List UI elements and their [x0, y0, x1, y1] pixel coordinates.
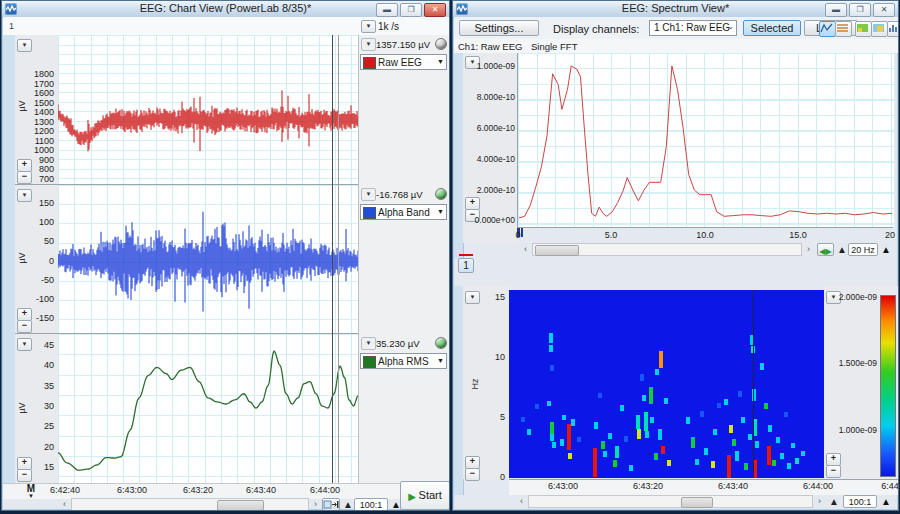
spectrogram-cell	[700, 411, 704, 417]
tick-label: 15.0	[780, 230, 816, 240]
fft-scroll-right-arrow[interactable]: ›	[802, 243, 815, 256]
rate-dropdown-icon[interactable]: ▼	[361, 20, 376, 33]
spec-scrollbar[interactable]	[528, 495, 813, 508]
settings-button[interactable]: Settings...	[459, 20, 539, 36]
fft-scrollbar-thumb[interactable]	[535, 245, 579, 256]
chart-cursor-line[interactable]	[332, 35, 333, 483]
alpha-rms-plot[interactable]	[58, 334, 358, 483]
spec-scroll-left-arrow[interactable]: ‹	[515, 495, 528, 508]
start-button[interactable]: ▶ Start	[400, 481, 450, 510]
tick-label: 30	[16, 401, 54, 411]
spectrogram-cell	[552, 442, 556, 448]
spectrum-line-view-icon[interactable]	[819, 21, 836, 37]
channel2-selector[interactable]: Alpha Band ▼	[360, 204, 447, 220]
spectrum-view-titlebar[interactable]: EEG: Spectrum View* ▬ ❐ ✕	[453, 1, 898, 18]
channel3-value-dropdown-icon[interactable]: ▼	[361, 337, 376, 350]
spectrogram-cell	[560, 439, 564, 446]
spectrogram-cell	[729, 425, 733, 433]
channel1-status-icon[interactable]	[435, 38, 447, 50]
close-button[interactable]: ✕	[424, 3, 446, 17]
channel-select[interactable]: 1 Ch1: Raw EEG ⌄	[649, 20, 737, 36]
channel-divider[interactable]	[15, 184, 358, 185]
scroll-to-end-icon[interactable]	[322, 498, 340, 511]
maximize-button[interactable]: ❐	[400, 3, 422, 17]
raw-eeg-plot[interactable]	[58, 35, 358, 185]
sample-rate-value[interactable]: 1k /s	[378, 21, 399, 32]
waterfall-view-icon[interactable]	[871, 21, 888, 37]
scroll-right-arrow[interactable]: ›	[309, 498, 322, 511]
channel1-name: Raw EEG	[378, 57, 422, 68]
alpha-band-plot[interactable]	[58, 185, 358, 334]
spectrogram-cell	[659, 351, 663, 368]
histogram-view-icon[interactable]	[887, 21, 899, 37]
tick-label: 1.000e-09	[461, 61, 515, 71]
zoom-out-axis-icon[interactable]: ▲	[343, 499, 353, 510]
channel2-reading: -16.768 µV	[376, 189, 423, 200]
spectrogram-cell	[567, 424, 571, 450]
compression-ratio[interactable]: 100:1	[354, 498, 388, 511]
tick-label: 1100	[16, 136, 54, 146]
spec-zoom-out-axis-icon[interactable]: ▲	[829, 496, 839, 507]
spec-scroll-right-arrow[interactable]: ›	[813, 495, 826, 508]
tick-label: 8.000e-10	[461, 92, 515, 102]
spectrogram-cell	[550, 434, 554, 441]
channel3-status-icon[interactable]	[435, 337, 447, 349]
tick-label: 5.0	[593, 230, 629, 240]
spectrogram-cell	[645, 431, 649, 438]
channel1-value-dropdown-icon[interactable]: ▼	[361, 38, 376, 51]
spectrogram-cell	[550, 365, 554, 371]
spec-compression-ratio[interactable]: 100:1	[843, 495, 877, 508]
fft-scrollbar[interactable]	[532, 243, 802, 256]
color-spectrogram-view-icon[interactable]	[855, 21, 872, 37]
fit-width-icon[interactable]: ◀▶	[817, 243, 834, 256]
chart-view-titlebar[interactable]: EEG: Chart View (PowerLab 8/35)* ▬ ❐ ✕	[2, 1, 449, 18]
fft-plot[interactable]	[517, 53, 894, 227]
horizontal-scrollbar[interactable]	[71, 498, 309, 511]
channel1-scale-dropdown-icon[interactable]: ▼	[17, 39, 32, 52]
maximize-button[interactable]: ❐	[849, 3, 871, 17]
spectrogram-cell	[787, 463, 791, 469]
spectrogram-cell	[748, 434, 752, 440]
tick-label: 0	[16, 256, 54, 266]
spec-scrollbar-thumb[interactable]	[681, 497, 713, 508]
scroll-left-arrow[interactable]: ‹	[58, 498, 71, 511]
spec-zoom-in-axis-icon[interactable]: ▲	[881, 496, 891, 507]
chart-cursor-line-2[interactable]	[338, 35, 339, 483]
channel1-selector[interactable]: Raw EEG ▼	[360, 54, 447, 70]
spectrogram-cell	[760, 363, 764, 370]
fft-scroll-left-arrow[interactable]: ‹	[519, 243, 532, 256]
close-button[interactable]: ✕	[873, 3, 895, 17]
tick-label: 6:44:00	[793, 481, 843, 491]
spectrogram-cell	[642, 395, 646, 401]
channel-tab-1[interactable]: 1	[458, 258, 474, 273]
tick-label: 15	[463, 292, 505, 302]
stacked-plot-view-icon[interactable]	[835, 21, 852, 37]
spectrogram-plot[interactable]	[509, 290, 824, 478]
selected-toggle-button[interactable]: Selected	[743, 20, 801, 36]
fft-zoom-in-axis-icon[interactable]: ▲	[881, 244, 891, 255]
channel2-value-dropdown-icon[interactable]: ▼	[361, 188, 376, 201]
spectrogram-cell	[527, 429, 531, 435]
channel2-status-icon[interactable]	[435, 188, 447, 200]
spectrogram-cell	[649, 387, 653, 404]
channel3-color-swatch	[363, 356, 376, 368]
fft-channel-label: Ch1: Raw EEG	[458, 41, 522, 52]
spectrogram-cell	[594, 422, 598, 429]
channel1-dropdown-icon: ▼	[437, 58, 444, 65]
colorbar-zoom-out-button[interactable]: −	[826, 465, 841, 478]
tick-label: 5	[463, 412, 505, 422]
channel-divider[interactable]	[15, 333, 358, 334]
tick-label: 6.000e-10	[461, 123, 515, 133]
spectrogram-cell	[637, 429, 641, 439]
scrollbar-thumb[interactable]	[217, 500, 264, 511]
channel3-selector[interactable]: Alpha RMS ▼	[360, 353, 447, 369]
tick-label: 50	[16, 236, 54, 246]
minimize-button[interactable]: ▬	[376, 3, 398, 17]
fft-span[interactable]: 20 Hz	[848, 243, 878, 256]
minimize-button[interactable]: ▬	[825, 3, 847, 17]
fft-zoom-out-axis-icon[interactable]: ▲	[837, 244, 847, 255]
spectrogram-cell	[601, 441, 605, 449]
spectrogram-cell	[650, 417, 654, 423]
marker-tool-icon[interactable]: M▼	[24, 484, 38, 503]
spectrogram-cursor-line[interactable]	[753, 290, 754, 478]
